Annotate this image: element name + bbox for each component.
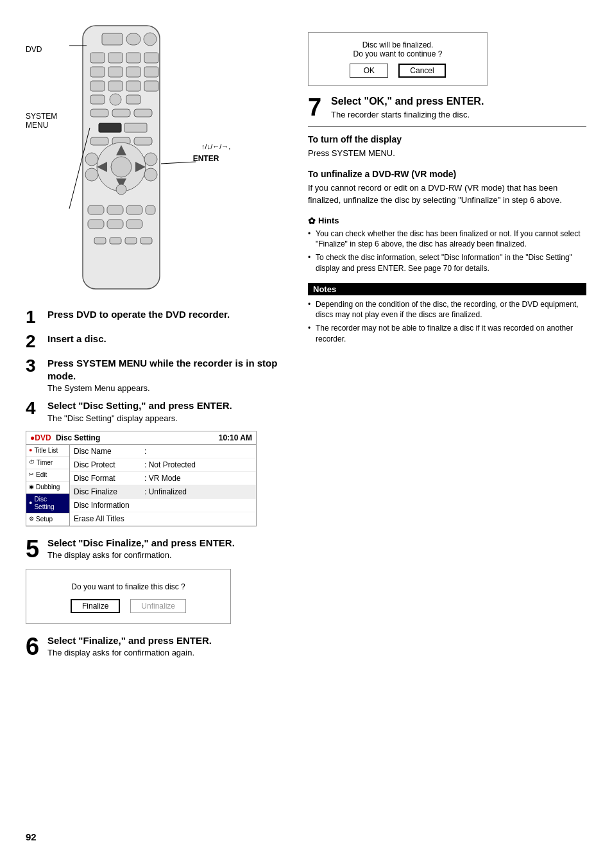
disc-format-row: Disc Format : VR Mode: [70, 472, 256, 485]
sidebar-setup[interactable]: ⚙ Setup: [26, 514, 69, 526]
disc-info-row[interactable]: Disc Information: [70, 499, 256, 512]
to-unfinalize-text: If you cannot record or edit on a DVD-RW…: [308, 182, 586, 207]
svg-rect-46: [110, 238, 121, 244]
svg-point-34: [85, 168, 98, 181]
step-2-title: Insert a disc.: [47, 333, 295, 345]
step-5-num: 5: [26, 537, 41, 561]
svg-rect-1: [102, 33, 123, 45]
svg-rect-4: [90, 53, 105, 63]
disc-name-value: :: [144, 447, 252, 456]
step-1-content: Press DVD to operate the DVD recorder.: [47, 308, 295, 321]
dvd-label: DVD: [26, 45, 57, 54]
step-7-content: Select "OK," and press ENTER. The record…: [331, 95, 586, 119]
svg-rect-24: [90, 137, 108, 145]
step-6-desc: The display asks for confirmation again.: [47, 648, 295, 657]
svg-rect-7: [144, 53, 158, 63]
svg-rect-15: [144, 81, 158, 91]
svg-rect-18: [126, 95, 140, 104]
disc-setting-title: Disc Setting: [56, 433, 100, 442]
page-number: 92: [26, 819, 586, 842]
disc-finalize-row[interactable]: Disc Finalize : Unfinalized: [70, 485, 256, 499]
ok-button[interactable]: OK: [350, 64, 388, 78]
disc-format-value: : VR Mode: [144, 474, 252, 483]
step-5-title: Select "Disc Finalize," and press ENTER.: [47, 537, 295, 550]
svg-rect-41: [146, 205, 155, 214]
confirm-buttons-2: OK Cancel: [321, 64, 474, 78]
step-3-title: Press SYSTEM MENU while the recorder is …: [47, 357, 295, 382]
disc-setting-time: 10:10 AM: [219, 433, 252, 442]
hints-title: ✿ Hints: [308, 216, 586, 226]
hint-item-1: You can check whether the disc has been …: [308, 229, 586, 250]
sidebar-timer[interactable]: ⏱ Timer: [26, 457, 69, 469]
disc-setting-icon: ●: [29, 499, 32, 507]
unfinalize-button[interactable]: Unfinalize: [130, 599, 186, 613]
confirm-text-1: Do you want to finalize this disc ?: [46, 582, 211, 591]
svg-rect-39: [107, 205, 123, 214]
dvd-rw-icon: ●DVD: [30, 433, 51, 442]
notes-section: Notes Depending on the condition of the …: [308, 283, 586, 345]
svg-point-32: [111, 157, 132, 177]
svg-rect-16: [90, 95, 105, 104]
confirm-text-2-line1: Disc will be finalized.: [321, 40, 474, 49]
confirm-box-1: Do you want to finalize this disc ? Fina…: [26, 569, 231, 624]
step-7-num: 7: [308, 95, 326, 119]
step-7-title: Select "OK," and press ENTER.: [331, 95, 586, 108]
remote-labels: DVD SYSTEMMENU: [26, 19, 57, 130]
disc-format-label: Disc Format: [74, 474, 144, 483]
step-6: 6 Select "Finalize," and press ENTER. Th…: [26, 634, 295, 659]
svg-rect-40: [126, 205, 142, 214]
step-5: 5 Select "Disc Finalize," and press ENTE…: [26, 537, 295, 561]
disc-setting-body: ● Title List ⏱ Timer ✂ Edit ◉: [26, 445, 256, 526]
to-turn-off-heading: To turn off the display: [308, 134, 586, 144]
sidebar-edit[interactable]: ✂ Edit: [26, 469, 69, 482]
step-2-num: 2: [26, 333, 41, 351]
step-4-content: Select "Disc Setting," and press ENTER. …: [47, 399, 295, 423]
arrow-label: ↑/↓/←/→,: [201, 143, 230, 150]
svg-rect-13: [108, 81, 123, 91]
notes-list: Depending on the condition of the disc, …: [308, 299, 586, 345]
svg-rect-10: [126, 67, 140, 77]
erase-titles-label: Erase All Titles: [74, 514, 144, 523]
step-5-desc: The display asks for confirmation.: [47, 550, 295, 560]
step-1-num: 1: [26, 308, 41, 326]
disc-finalize-label: Disc Finalize: [74, 487, 144, 496]
svg-rect-43: [107, 220, 123, 229]
step-3: 3 Press SYSTEM MENU while the recorder i…: [26, 357, 295, 393]
setup-icon: ⚙: [29, 516, 34, 523]
svg-rect-6: [126, 53, 140, 63]
finalize-button[interactable]: Finalize: [71, 599, 120, 613]
disc-finalize-value: : Unfinalized: [144, 487, 252, 496]
disc-name-label: Disc Name: [74, 447, 144, 456]
step-4-title: Select "Disc Setting," and press ENTER.: [47, 399, 295, 412]
step-5-content: Select "Disc Finalize," and press ENTER.…: [47, 537, 295, 560]
confirm-buttons-1: Finalize Unfinalize: [46, 599, 211, 613]
step-4: 4 Select "Disc Setting," and press ENTER…: [26, 399, 295, 423]
step-2-content: Insert a disc.: [47, 333, 295, 345]
svg-rect-2: [126, 33, 140, 45]
note-item-2: The recorder may not be able to finalize…: [308, 323, 586, 345]
left-column: DVD SYSTEMMENU: [26, 19, 295, 665]
sidebar-title-list[interactable]: ● Title List: [26, 445, 69, 457]
step-2: 2 Insert a disc.: [26, 333, 295, 351]
to-unfinalize-section: To unfinalize a DVD-RW (VR mode) If you …: [308, 169, 586, 207]
disc-setting-header: ●DVD Disc Setting 10:10 AM: [26, 431, 256, 445]
svg-point-36: [144, 168, 157, 181]
sidebar-dubbing[interactable]: ◉ Dubbing: [26, 482, 69, 494]
cancel-button[interactable]: Cancel: [398, 64, 445, 78]
step-3-desc: The System Menu appears.: [47, 383, 295, 393]
svg-rect-22: [99, 123, 121, 132]
svg-rect-9: [108, 67, 123, 77]
disc-setting-sidebar: ● Title List ⏱ Timer ✂ Edit ◉: [26, 445, 70, 526]
svg-point-35: [144, 153, 157, 166]
step-6-num: 6: [26, 634, 41, 659]
erase-titles-row[interactable]: Erase All Titles: [70, 512, 256, 526]
disc-protect-row: Disc Protect : Not Protected: [70, 458, 256, 472]
right-column: Disc will be finalized. Do you want to c…: [308, 19, 586, 665]
svg-rect-11: [144, 67, 158, 77]
confirm-box-2: Disc will be finalized. Do you want to c…: [308, 32, 488, 86]
disc-protect-value: : Not Protected: [144, 460, 252, 469]
svg-rect-47: [125, 238, 137, 244]
hint-item-2: To check the disc information, select "D…: [308, 252, 586, 274]
svg-point-3: [144, 33, 157, 46]
sidebar-disc-setting[interactable]: ● Disc Setting: [26, 494, 69, 514]
